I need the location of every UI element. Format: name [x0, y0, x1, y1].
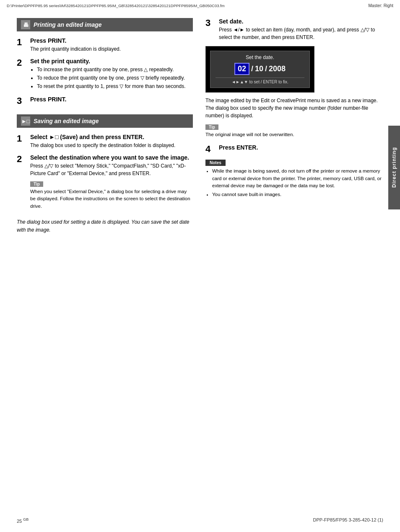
save-step-2-content: Select the destination where you want to… [30, 154, 193, 213]
save-step-number-1: 1 [17, 134, 27, 149]
main-content: 🖶 Printing an edited image 1 Press PRINT… [0, 10, 400, 243]
note-item-1: While the image is being saved, do not t… [212, 168, 387, 189]
step-1-content: Press PRINT. The print quantity indicati… [30, 37, 193, 53]
step-number-2: 2 [17, 58, 27, 91]
date-display-hint: ◄►▲▼ to set / ENTER to fix. [216, 77, 304, 84]
date-display: Set the date. 02 / 10 / 2008 ◄►▲▼ to set… [205, 46, 314, 93]
notes-list: While the image is being saved, do not t… [212, 168, 387, 198]
date-sep-1: / [251, 65, 253, 73]
date-year: 2008 [269, 65, 286, 73]
right-step-3: 3 Set date. Press ◄/► to select an item … [205, 18, 387, 41]
page-suffix: GB [23, 517, 29, 522]
note-item-2: You cannot save built-in images. [212, 191, 387, 198]
tip-content-1: When you select "External Device," a dia… [30, 188, 193, 210]
bullet-3: To reset the print quantity to 1, press … [37, 83, 193, 90]
right-step-number-4: 4 [205, 144, 216, 154]
right-step-4-title: Press ENTER. [219, 144, 387, 151]
date-month: 10 [255, 65, 263, 73]
save-step-2-tip: Tip When you select "External Device," a… [30, 181, 193, 210]
step-2-body: To increase the print quantity one by on… [30, 66, 193, 90]
date-day: 02 [234, 63, 249, 75]
right-step-3-body: Press ◄/► to select an item (day, month,… [219, 26, 387, 41]
master-label: Master: Right [369, 3, 393, 8]
date-display-title: Set the date. [216, 54, 304, 60]
tip-label-1: Tip [30, 181, 43, 187]
file-path: D:\Printer\DPPFP85.95 series\IM\32854201… [7, 3, 225, 8]
right-column: 3 Set date. Press ◄/► to select an item … [205, 18, 387, 234]
side-label-text: Direct printing [391, 147, 397, 188]
right-tip-content: The original image will not be overwritt… [205, 131, 387, 138]
save-step-1-body: The dialog box used to specify the desti… [30, 142, 193, 149]
right-step-number-3: 3 [205, 18, 216, 41]
left-column: 🖶 Printing an edited image 1 Press PRINT… [17, 18, 193, 234]
right-step-3-content: Set date. Press ◄/► to select an item (d… [219, 18, 387, 41]
print-step-1: 1 Press PRINT. The print quantity indica… [17, 37, 193, 53]
save-step-2-title: Select the destination where you want to… [30, 154, 193, 161]
model-info: DPP-FP85/FP95 3-285-420-12 (1) [313, 517, 383, 524]
step-1-title: Press PRINT. [30, 37, 193, 44]
step-3-content: Press PRINT. [30, 96, 193, 106]
bullet-1: To increase the print quantity one by on… [37, 66, 193, 73]
save-step-1-title: Select ►□ (Save) and then press ENTER. [30, 134, 193, 140]
right-step-3-title: Set date. [219, 18, 387, 25]
printing-section-heading: 🖶 Printing an edited image [17, 18, 193, 31]
saving-section-heading: ►□ Saving an edited image [17, 114, 193, 128]
save-step-1-content: Select ►□ (Save) and then press ENTER. T… [30, 134, 193, 149]
bullet-2: To reduce the print quantity one by one,… [37, 74, 193, 82]
notes-box: Notes While the image is being saved, do… [205, 159, 387, 198]
page-number: 25 GB [17, 517, 29, 524]
step-1-body: The print quantity indication is display… [30, 45, 193, 53]
save-step-number-2: 2 [17, 154, 27, 213]
step-2-content: Set the print quantity. To increase the … [30, 58, 193, 91]
print-step-3: 3 Press PRINT. [17, 96, 193, 106]
date-display-value: 02 / 10 / 2008 [216, 63, 304, 75]
save-step-1: 1 Select ►□ (Save) and then press ENTER.… [17, 134, 193, 149]
notes-content: While the image is being saved, do not t… [205, 168, 387, 198]
after-date-text: The image edited by the Edit or Creative… [205, 97, 387, 119]
print-icon: 🖶 [21, 20, 30, 29]
step-2-title: Set the print quantity. [30, 58, 193, 65]
save-icon: ►□ [21, 116, 30, 126]
right-tip-box: Tip The original image will not be overw… [205, 124, 387, 138]
step-number-3: 3 [17, 96, 27, 106]
step-2-bullets: To increase the print quantity one by on… [37, 66, 193, 90]
step-number-1: 1 [17, 37, 27, 53]
print-step-2: 2 Set the print quantity. To increase th… [17, 58, 193, 91]
page-footer: 25 GB DPP-FP85/FP95 3-285-420-12 (1) [0, 517, 400, 524]
notes-label: Notes [205, 160, 226, 166]
save-step-2: 2 Select the destination where you want … [17, 154, 193, 213]
right-step-4-content: Press ENTER. [219, 144, 387, 154]
right-tip-label: Tip [205, 124, 218, 130]
date-display-inner: Set the date. 02 / 10 / 2008 ◄►▲▼ to set… [210, 51, 310, 88]
side-label: Direct printing [388, 126, 400, 209]
date-sep-2: / [265, 65, 267, 73]
page-header: D:\Printer\DPPFP85.95 series\IM\32854201… [0, 0, 400, 10]
right-step-4: 4 Press ENTER. [205, 144, 387, 154]
save-step-2-body: Press △/▽ to select "Memory Stick," "Com… [30, 162, 193, 177]
italic-text: The dialog box used for setting a date i… [17, 218, 193, 234]
step-3-title: Press PRINT. [30, 96, 193, 103]
